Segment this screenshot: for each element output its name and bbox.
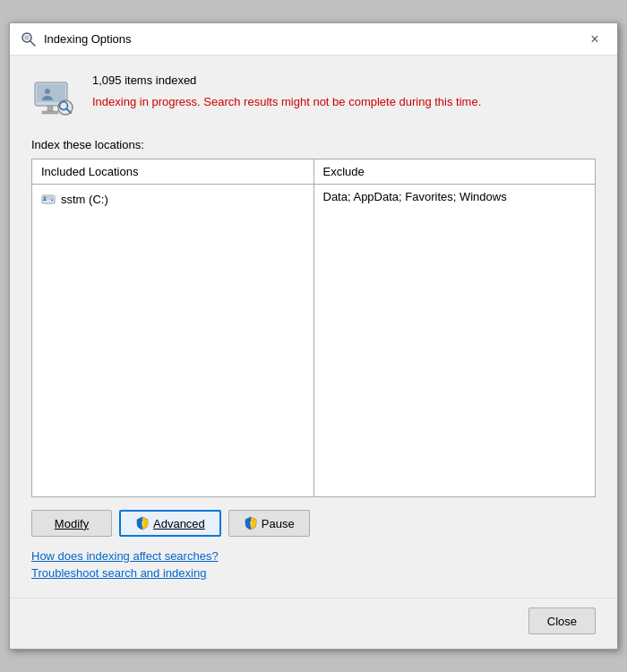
window-title: Indexing Options — [44, 32, 132, 46]
title-bar: Indexing Options × — [10, 23, 617, 56]
svg-point-10 — [45, 89, 50, 94]
modify-label: Modify — [55, 517, 89, 530]
exclude-header: Exclude — [314, 159, 596, 185]
advanced-label: Advanced — [153, 517, 205, 530]
troubleshoot-link[interactable]: Troubleshoot search and indexing — [31, 566, 596, 580]
footer-row: Close — [10, 598, 617, 649]
locations-section-label: Index these locations: — [31, 138, 596, 151]
locations-table: Included Locations sstm (C:) — [31, 159, 596, 497]
svg-point-14 — [44, 196, 46, 198]
included-locations-column: Included Locations sstm (C:) — [32, 159, 314, 496]
status-section: 1,095 items indexed Indexing in progress… — [31, 73, 596, 120]
svg-rect-6 — [42, 111, 58, 114]
svg-point-2 — [24, 35, 30, 40]
indexing-icon — [31, 73, 78, 120]
title-bar-left: Indexing Options — [21, 31, 132, 47]
pause-label: Pause — [262, 517, 295, 530]
indexing-message-text: Indexing in progress. Search results mig… — [92, 94, 481, 110]
exclude-body: Data; AppData; Favorites; Windows — [314, 185, 596, 496]
window-icon — [21, 31, 37, 47]
included-body: sstm (C:) — [32, 185, 314, 496]
status-text-block: 1,095 items indexed Indexing in progress… — [92, 73, 481, 110]
status-icon-container — [31, 73, 78, 120]
indexing-options-dialog: Indexing Options × — [9, 22, 618, 650]
links-section: How does indexing affect searches? Troub… — [31, 549, 596, 580]
svg-point-13 — [51, 200, 53, 202]
pause-button[interactable]: ! Pause — [228, 510, 310, 537]
items-indexed-text: 1,095 items indexed — [92, 73, 481, 87]
drive-icon — [41, 192, 56, 206]
location-item-label: sstm (C:) — [61, 193, 108, 206]
svg-text:!: ! — [142, 520, 144, 528]
svg-line-1 — [30, 41, 35, 46]
location-row: sstm (C:) — [41, 190, 305, 208]
included-header: Included Locations — [32, 159, 314, 185]
exclude-column: Exclude Data; AppData; Favorites; Window… — [314, 159, 596, 496]
close-window-button[interactable]: × — [583, 28, 606, 51]
exclude-values: Data; AppData; Favorites; Windows — [323, 190, 507, 203]
action-buttons-row: Modify ! Advanced ! — [31, 510, 596, 537]
advanced-button[interactable]: ! Advanced — [119, 510, 221, 537]
modify-button[interactable]: Modify — [31, 510, 112, 537]
main-content: 1,095 items indexed Indexing in progress… — [10, 56, 617, 598]
svg-rect-5 — [47, 106, 53, 111]
indexing-help-link[interactable]: How does indexing affect searches? — [31, 549, 596, 563]
close-button[interactable]: Close — [528, 607, 596, 634]
shield-icon: ! — [135, 516, 150, 530]
pause-shield-icon: ! — [244, 516, 258, 530]
svg-text:!: ! — [249, 520, 252, 528]
